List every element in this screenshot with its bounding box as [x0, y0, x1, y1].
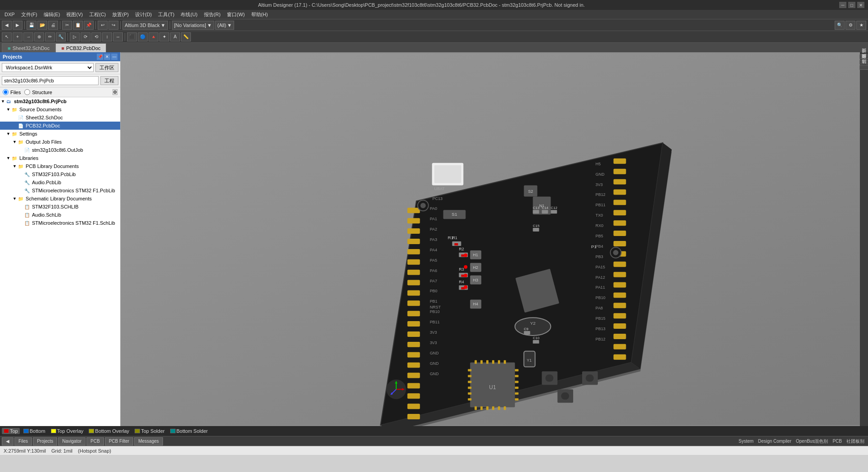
toolbar2-btn-14[interactable]: 🔺	[149, 32, 158, 41]
layer-bottom[interactable]: Bottom	[22, 428, 47, 434]
menu-tools[interactable]: 工具(T)	[155, 10, 177, 19]
toolbar2-btn-5[interactable]: ✏	[45, 32, 55, 41]
toolbar2-btn-15[interactable]: ✦	[159, 32, 169, 41]
maximize-button[interactable]: □	[848, 2, 855, 8]
toolbar2-btn-13[interactable]: 🔵	[138, 32, 148, 41]
toolbar2-btn-3[interactable]: →	[23, 32, 33, 41]
files-radio[interactable]	[3, 89, 9, 95]
panel-settings-button[interactable]: ⚙	[113, 89, 118, 95]
all-dropdown[interactable]: (All) ▼	[215, 21, 234, 30]
toolbar2-btn-2[interactable]: +	[13, 32, 23, 41]
menu-edit[interactable]: 编辑(E)	[41, 10, 63, 19]
tree-stm-f1-pcblib[interactable]: 🔧 STMicroelectronics STM32 F1.PcbLib	[0, 186, 120, 195]
tab-sheet32[interactable]: ■ Sheet32.SchDoc	[2, 43, 55, 52]
toolbar2-btn-1[interactable]: ↖	[2, 32, 12, 41]
center-panel[interactable]: U1	[121, 52, 860, 426]
tree-sheet32[interactable]: 📄 Sheet32.SchDoc	[0, 113, 120, 122]
menu-place[interactable]: 放置(P)	[109, 10, 131, 19]
sch-lib-expander-icon[interactable]: ▼	[13, 196, 18, 201]
toolbar2-btn-6[interactable]: 🔧	[56, 32, 66, 41]
close-button[interactable]: ✕	[857, 2, 864, 8]
menu-report[interactable]: 报告(R)	[201, 10, 223, 19]
tree-libraries[interactable]: ▼ 📁 Libraries	[0, 154, 120, 162]
settings-expander-icon[interactable]: ▼	[6, 132, 12, 136]
toolbar2-btn-8[interactable]: ⟳	[81, 32, 90, 41]
menu-project[interactable]: 工程(C)	[86, 10, 108, 19]
project-input[interactable]	[2, 76, 99, 85]
toolbar-btn-1[interactable]: ◀	[2, 21, 12, 30]
toolbar-right-btn3[interactable]: ★	[856, 21, 866, 30]
tree-audio-pcblib[interactable]: 🔧 Audio.PcbLib	[0, 178, 120, 186]
panel-close-button[interactable]: ✕	[104, 54, 110, 60]
tab-pcb32[interactable]: ■ PCB32.PcbDoc	[55, 43, 106, 52]
toolbar-btn-open[interactable]: 📂	[37, 21, 47, 30]
toolbar-btn-copy[interactable]: 📋	[73, 21, 83, 30]
layer-top[interactable]: Top	[2, 428, 20, 434]
menu-window[interactable]: 窗口(W)	[224, 10, 248, 19]
layer-bottom-overlay[interactable]: Bottom Overlay	[87, 428, 131, 434]
tree-stm-f1-schlib[interactable]: 📋 STMicroelectronics STM32 F1.SchLib	[0, 219, 120, 227]
bottom-tab-messages[interactable]: Messages	[134, 437, 163, 445]
right-tab-mask[interactable]: 掩膜级别	[859, 60, 868, 64]
toolbar2-btn-11[interactable]: ↔	[113, 32, 123, 41]
bottom-tab-projects[interactable]: Projects	[33, 437, 57, 445]
bottom-tab-pcb-filter[interactable]: PCB Filter	[105, 437, 134, 445]
structure-radio[interactable]	[24, 89, 30, 95]
pcb-3d-view[interactable]: U1	[121, 52, 860, 426]
libraries-expander-icon[interactable]: ▼	[6, 156, 12, 160]
toolbar-btn-undo[interactable]: ↩	[98, 21, 108, 30]
bottom-tab-arrow-left[interactable]: ◀	[2, 437, 14, 445]
bottom-tab-files[interactable]: Files	[14, 437, 32, 445]
tree-outjob[interactable]: 📄 stm32g103c8t6.OutJob	[0, 146, 120, 154]
menu-file[interactable]: 文件(F)	[18, 10, 40, 19]
bottom-tab-pcb[interactable]: PCB	[86, 437, 104, 445]
toolbar-btn-redo[interactable]: ↪	[108, 21, 118, 30]
right-tab-clear[interactable]: 清除	[859, 65, 868, 70]
tree-output-jobs[interactable]: ▼ 📁 Output Job Files	[0, 138, 120, 146]
toolbar-btn-2[interactable]: ▶	[13, 21, 23, 30]
project-button[interactable]: 工程	[100, 76, 118, 85]
layer-bottom-solder[interactable]: Bottom Solder	[168, 428, 210, 434]
toolbar2-btn-9[interactable]: ⟲	[91, 32, 101, 41]
toolbar-btn-cut[interactable]: ✂	[62, 21, 72, 30]
tree-settings[interactable]: ▼ 📁 Settings	[0, 130, 120, 138]
tree-stm32f103-pcblib[interactable]: 🔧 STM32F103.PcbLib	[0, 170, 120, 178]
panel-minimize-button[interactable]: —	[111, 54, 118, 60]
layer-top-solder[interactable]: Top Solder	[133, 428, 167, 434]
menu-route[interactable]: 布线(U)	[178, 10, 200, 19]
output-expander-icon[interactable]: ▼	[13, 140, 18, 144]
toolbar-right-btn2[interactable]: ⚙	[845, 21, 855, 30]
toolbar-right-btn1[interactable]: 🔍	[835, 21, 845, 30]
toolbar2-btn-7[interactable]: ▷	[70, 32, 80, 41]
tree-audio-schlib[interactable]: 📋 Audio.SchLib	[0, 211, 120, 219]
toolbar2-btn-17[interactable]: 📏	[181, 32, 191, 41]
workspace-dropdown[interactable]: Workspace1.DsnWrk	[2, 63, 94, 72]
root-expander-icon[interactable]: ▼	[1, 99, 6, 104]
toolbar-btn-paste[interactable]: 📌	[84, 21, 94, 30]
toolbar2-btn-4[interactable]: ⊕	[34, 32, 44, 41]
menu-design[interactable]: 设计(D)	[132, 10, 154, 19]
tree-source-docs[interactable]: ▼ 📁 Source Documents	[0, 105, 120, 113]
toolbar-btn-print[interactable]: 🖨	[48, 21, 58, 30]
workspace-button[interactable]: 工作区	[95, 63, 118, 72]
tree-pcb32[interactable]: 📄 PCB32.PcbDoc	[0, 122, 120, 130]
panel-pin-button[interactable]: 📌	[97, 54, 103, 60]
variations-dropdown[interactable]: [No Variations] ▼	[172, 21, 214, 30]
source-expander-icon[interactable]: ▼	[6, 107, 12, 112]
tree-stm32f103-schlib[interactable]: 📋 STM32F103.SCHLIB	[0, 203, 120, 211]
menu-help[interactable]: 帮助(H)	[249, 10, 271, 19]
toolbar-btn-save[interactable]: 💾	[27, 21, 36, 30]
tree-sch-lib-docs[interactable]: ▼ 📁 Schematic Library Documents	[0, 195, 120, 203]
pcb-lib-expander-icon[interactable]: ▼	[13, 164, 18, 168]
toolbar2-btn-12[interactable]: ⬛	[127, 32, 137, 41]
right-tab-capture[interactable]: 捕捉	[859, 54, 868, 59]
theme-dropdown[interactable]: Altium 3D Black ▼	[122, 21, 168, 30]
tree-root[interactable]: ▼ 🗂 stm32g103c8t6.PrjPcb	[0, 97, 120, 105]
bottom-tab-navigator[interactable]: Navigator	[58, 437, 86, 445]
toolbar2-btn-16[interactable]: A	[170, 32, 180, 41]
menu-view[interactable]: 视图(V)	[63, 10, 86, 19]
menu-dxp[interactable]: DXP	[2, 11, 18, 18]
minimize-button[interactable]: ─	[839, 2, 846, 8]
toolbar2-btn-10[interactable]: ↕	[102, 32, 112, 41]
layer-top-overlay[interactable]: Top Overlay	[49, 428, 86, 434]
